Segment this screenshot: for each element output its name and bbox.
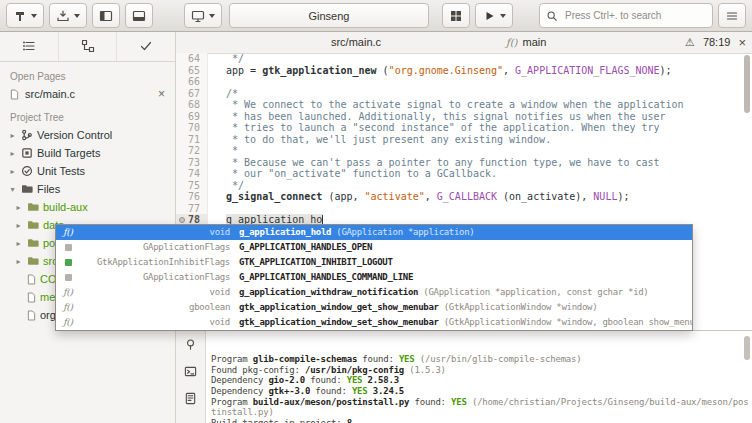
line-number-text: 76 <box>188 191 200 203</box>
play-icon <box>482 9 496 23</box>
line-number[interactable]: 71 <box>176 134 208 146</box>
completion-item-gtk-application-window-set-show-menubar[interactable]: ƒ()voidgtk_application_window_set_show_m… <box>56 315 692 330</box>
expander-icon[interactable]: ▸ <box>14 221 23 230</box>
sidebar-tab-project-tree[interactable] <box>58 31 117 61</box>
code-text[interactable]: /* <box>208 88 238 100</box>
tree-item-files[interactable]: ▾Files <box>0 180 175 198</box>
code-text[interactable] <box>208 76 214 88</box>
completion-name: gtk_application_window_set_show_menubar <box>239 315 439 330</box>
tree-item-unit-tests[interactable]: ▸Unit Tests <box>0 162 175 180</box>
open-pages-label: Open Pages <box>0 62 175 85</box>
line-number[interactable]: 75 <box>176 180 208 192</box>
code-segment: g_signal_connect <box>226 191 322 202</box>
code-text[interactable]: */ <box>208 53 244 65</box>
symbol-selector[interactable]: ƒ() main <box>506 36 546 48</box>
expander-icon[interactable]: ▸ <box>8 167 17 176</box>
line-number[interactable]: 76 <box>176 191 208 203</box>
completion-list: ƒ()voidg_application_hold (GApplication … <box>56 225 692 330</box>
completion-item-g-application-withdraw-notification[interactable]: ƒ()voidg_application_withdraw_notificati… <box>56 285 692 300</box>
tree-item-build-targets[interactable]: ▸Build Targets <box>0 144 175 162</box>
code-text[interactable]: * <box>208 145 238 157</box>
device-selector-button[interactable] <box>184 3 222 28</box>
display-icon <box>191 9 205 23</box>
bottom-tab-logs[interactable] <box>184 392 197 405</box>
editor-scrollbar[interactable] <box>744 55 750 113</box>
code-segment: */ <box>214 180 244 191</box>
line-number[interactable]: 69 <box>176 111 208 123</box>
line-number[interactable]: 74 <box>176 168 208 180</box>
code-text[interactable]: * to do that, we'll just present any exi… <box>208 134 551 146</box>
toggle-bottom-panel-button[interactable] <box>125 3 153 28</box>
expander-icon[interactable]: ▸ <box>8 149 17 158</box>
project-tree-label: Project Tree <box>0 103 175 126</box>
code-text[interactable]: app = gtk_application_new ("org.gnome.Gi… <box>208 65 672 77</box>
completion-item-g-application-hold[interactable]: ƒ()voidg_application_hold (GApplication … <box>56 225 692 240</box>
warning-icon[interactable]: ⚠ <box>685 36 695 49</box>
code-text[interactable]: * our "on_activate" function to a GCallb… <box>208 168 497 180</box>
line-number-text: 67 <box>188 88 200 100</box>
output-segment: found: <box>305 375 347 385</box>
bottom-panel-scrollbar[interactable] <box>744 336 750 360</box>
global-search[interactable] <box>539 3 713 28</box>
sidebar-tab-pages[interactable] <box>0 31 58 61</box>
sidebar-tab-checks[interactable] <box>116 31 175 61</box>
tree-item-build-aux[interactable]: ▸build-aux <box>0 198 175 216</box>
completion-item-g-application-handles-command-line[interactable]: GApplicationFlagsG_APPLICATION_HANDLES_C… <box>56 270 692 285</box>
bottom-tab-terminal[interactable] <box>184 365 197 378</box>
code-line: 65 app = gtk_application_new ("org.gnome… <box>176 65 752 77</box>
code-text[interactable]: * has been launched. Additionally, this … <box>208 111 666 123</box>
expander-icon[interactable]: ▸ <box>14 239 23 248</box>
search-input[interactable] <box>563 9 689 22</box>
code-text[interactable] <box>208 203 214 215</box>
build-button[interactable] <box>6 3 44 28</box>
line-number-text: 74 <box>188 168 200 180</box>
bottom-tab-messages[interactable] <box>184 338 197 351</box>
code-text[interactable]: g_signal_connect (app, "activate", G_CAL… <box>208 191 629 203</box>
folder-icon <box>27 238 39 248</box>
completion-item-gtk-application-inhibit-logout[interactable]: GtkApplicationInhibitFlagsGTK_APPLICATIO… <box>56 255 692 270</box>
tree-item-version-control[interactable]: ▸Version Control <box>0 126 175 144</box>
header-bar: Ginseng <box>0 0 752 32</box>
output-segment: 8 <box>347 418 352 423</box>
code-text[interactable]: * Because we can't pass a pointer to any… <box>208 157 660 169</box>
code-text[interactable]: * tries to launch a "second instance" of… <box>208 122 660 134</box>
output-line: Program build-aux/meson/postinstall.py f… <box>211 397 752 408</box>
line-number[interactable]: 67 <box>176 88 208 100</box>
line-number[interactable]: 65 <box>176 65 208 77</box>
line-number[interactable]: 68 <box>176 99 208 111</box>
tab-title[interactable]: src/main.c <box>236 36 476 48</box>
cursor-position: 78:19 <box>703 36 731 48</box>
app-menu-button[interactable] <box>718 3 746 28</box>
expander-icon[interactable]: ▸ <box>8 131 17 140</box>
bottom-panel-tabs <box>176 331 206 423</box>
layout-grid-button[interactable] <box>442 3 470 28</box>
build-output[interactable]: Program glib-compile-schemas found: YES … <box>206 331 752 423</box>
line-number-text: 72 <box>188 145 200 157</box>
expander-icon[interactable]: ▸ <box>14 203 23 212</box>
run-button[interactable] <box>475 3 513 28</box>
line-number[interactable]: 64 <box>176 53 208 65</box>
line-number[interactable]: 77 <box>176 203 208 215</box>
completion-name: G_APPLICATION_HANDLES_COMMAND_LINE <box>239 270 413 285</box>
line-number[interactable]: 72 <box>176 145 208 157</box>
code-segment: gtk_application_new <box>262 65 376 76</box>
expander-icon[interactable]: ▸ <box>14 257 23 266</box>
code-segment: * tries to launch a "second instance" of… <box>214 122 660 133</box>
function-icon: ƒ() <box>56 225 80 240</box>
code-text[interactable]: */ <box>208 180 244 192</box>
toggle-left-panel-button[interactable] <box>92 3 120 28</box>
open-document-button[interactable] <box>49 3 87 28</box>
expander-icon[interactable]: ▾ <box>8 185 17 194</box>
open-page-item[interactable]: src/main.c × <box>0 85 175 103</box>
line-number[interactable]: 66 <box>176 76 208 88</box>
omnibar[interactable]: Ginseng <box>229 3 429 28</box>
completion-item-gtk-application-window-get-show-menubar[interactable]: ƒ()gbooleangtk_application_window_get_sh… <box>56 300 692 315</box>
line-number[interactable]: 70 <box>176 122 208 134</box>
close-page-button[interactable]: × <box>158 88 165 100</box>
line-number[interactable]: 73 <box>176 157 208 169</box>
completion-item-g-application-handles-open[interactable]: GApplicationFlagsG_APPLICATION_HANDLES_O… <box>56 240 692 255</box>
close-editor-button[interactable]: × <box>738 35 746 50</box>
code-line: 72 * <box>176 145 752 157</box>
code-text[interactable]: * We connect to the activate signal to c… <box>208 99 684 111</box>
code-line: 68 * We connect to the activate signal t… <box>176 99 752 111</box>
